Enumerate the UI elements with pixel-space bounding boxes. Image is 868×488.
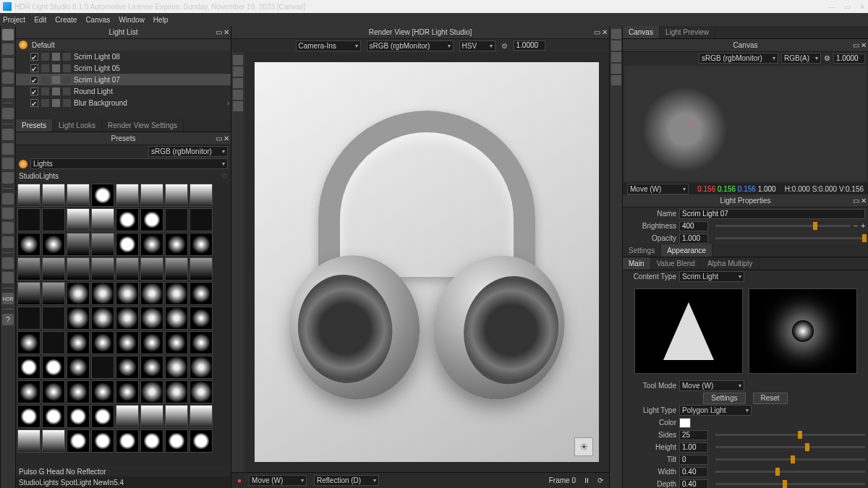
preset-thumb[interactable] bbox=[140, 257, 163, 281]
swatch-icon[interactable] bbox=[52, 64, 60, 72]
tab-appearance[interactable]: Appearance bbox=[661, 244, 712, 257]
viewport-tool-icon[interactable] bbox=[233, 78, 243, 88]
hdri-canvas[interactable] bbox=[624, 66, 867, 181]
tool-icon[interactable] bbox=[2, 58, 14, 69]
preset-thumb[interactable] bbox=[42, 282, 65, 305]
preset-thumb[interactable] bbox=[116, 380, 139, 403]
undock-icon[interactable]: ▭ bbox=[853, 197, 859, 205]
presets-category-dropdown[interactable]: Lights bbox=[30, 158, 228, 169]
preset-thumb[interactable] bbox=[165, 233, 188, 256]
preset-thumb[interactable] bbox=[17, 331, 41, 354]
undock-icon[interactable]: ▭ bbox=[216, 28, 222, 36]
tool-icon[interactable] bbox=[2, 43, 14, 55]
menu-project[interactable]: Project bbox=[3, 16, 25, 24]
viewport-tool-icon[interactable] bbox=[233, 55, 243, 65]
preset-thumb[interactable] bbox=[67, 257, 90, 281]
preset-thumb[interactable] bbox=[17, 233, 41, 256]
preset-thumb[interactable] bbox=[17, 307, 41, 330]
rv-model-dropdown[interactable]: HSV bbox=[459, 40, 495, 51]
presets-folder-label[interactable]: StudioLights bbox=[19, 172, 59, 180]
tab-presets[interactable]: Presets bbox=[16, 119, 53, 132]
sun-overlay-icon[interactable]: ☀ bbox=[574, 437, 593, 456]
tab-alpha-multiply[interactable]: Alpha Multiply bbox=[702, 257, 759, 270]
preset-thumb[interactable] bbox=[165, 307, 188, 330]
chevron-right-icon[interactable]: › bbox=[227, 99, 229, 107]
opacity-slider[interactable] bbox=[715, 237, 865, 239]
menu-help[interactable]: Help bbox=[153, 16, 169, 24]
viewport-tool-icon[interactable] bbox=[233, 101, 243, 111]
reflect-dropdown[interactable]: Reflection (D) bbox=[314, 475, 379, 486]
preset-thumb[interactable] bbox=[17, 405, 41, 428]
width-input[interactable]: 0.40 bbox=[679, 467, 708, 477]
viewport-tool-icon[interactable] bbox=[233, 90, 243, 100]
settings-button[interactable]: Settings bbox=[703, 393, 745, 404]
preset-thumb[interactable] bbox=[190, 331, 213, 354]
preset-thumb[interactable] bbox=[17, 380, 41, 403]
camera-dropdown[interactable]: Camera-Ins bbox=[296, 40, 361, 51]
color-swatch[interactable] bbox=[679, 418, 691, 428]
preset-thumb[interactable] bbox=[190, 184, 213, 207]
preset-thumb[interactable] bbox=[91, 331, 114, 354]
preset-thumb[interactable] bbox=[91, 380, 114, 403]
tool-icon[interactable] bbox=[2, 87, 14, 98]
tab-settings[interactable]: Settings bbox=[623, 244, 661, 257]
menu-create[interactable]: Create bbox=[55, 16, 77, 24]
preset-thumb[interactable] bbox=[165, 208, 188, 231]
preset-thumb[interactable] bbox=[140, 429, 163, 453]
preset-thumb[interactable] bbox=[190, 233, 213, 256]
preset-thumb[interactable] bbox=[140, 282, 163, 305]
height-slider[interactable] bbox=[715, 446, 865, 448]
preset-thumb[interactable] bbox=[140, 405, 163, 428]
preset-thumb[interactable] bbox=[67, 282, 90, 305]
preset-thumb[interactable] bbox=[140, 233, 163, 256]
preset-thumb[interactable] bbox=[91, 307, 114, 330]
light-group-header[interactable]: Default bbox=[16, 39, 231, 51]
tab-canvas[interactable]: Canvas bbox=[623, 26, 660, 38]
preset-thumb[interactable] bbox=[67, 184, 90, 207]
preset-thumb[interactable] bbox=[165, 184, 188, 207]
close-icon[interactable]: ✕ bbox=[224, 28, 229, 36]
opacity-input[interactable]: 1.000 bbox=[679, 234, 708, 244]
light-row[interactable]: ✔ Scrim Light 08 bbox=[16, 51, 231, 62]
preset-thumb[interactable] bbox=[42, 331, 65, 354]
light-row[interactable]: ✔ Round Light bbox=[16, 85, 231, 97]
visibility-checkbox[interactable]: ✔ bbox=[30, 53, 38, 61]
swatch-icon[interactable] bbox=[41, 99, 49, 107]
depth-input[interactable]: 0.40 bbox=[679, 479, 708, 489]
preset-thumb[interactable] bbox=[67, 208, 90, 231]
gear-icon[interactable]: ⚙ bbox=[501, 42, 508, 50]
undock-icon[interactable]: ▭ bbox=[594, 28, 600, 36]
preset-thumb[interactable] bbox=[91, 208, 114, 231]
light-row[interactable]: ✔ Scrim Light 07 bbox=[16, 74, 231, 85]
rv-exposure-input[interactable]: 1.0000 bbox=[514, 40, 545, 51]
reset-button[interactable]: Reset bbox=[753, 393, 788, 404]
preset-thumb[interactable] bbox=[42, 356, 65, 379]
tool-icon[interactable] bbox=[2, 222, 14, 234]
canvas-exposure-input[interactable]: 1.0000 bbox=[833, 53, 865, 64]
preset-thumb[interactable] bbox=[42, 405, 65, 428]
preset-thumb[interactable] bbox=[17, 257, 41, 281]
render-canvas[interactable]: ☀ bbox=[255, 62, 599, 462]
content-type-dropdown[interactable]: Scrim Light bbox=[679, 271, 744, 282]
preview-front[interactable] bbox=[634, 288, 743, 374]
sides-slider[interactable] bbox=[715, 434, 865, 436]
tool-icon[interactable] bbox=[2, 257, 14, 269]
preset-thumb[interactable] bbox=[42, 307, 65, 330]
close-icon[interactable]: ✕ bbox=[602, 28, 608, 36]
preset-thumb[interactable] bbox=[42, 429, 65, 453]
tab-light-looks[interactable]: Light Looks bbox=[53, 119, 102, 132]
preset-thumb[interactable] bbox=[91, 233, 114, 256]
light-row[interactable]: ✔ Scrim Light 05 bbox=[16, 62, 231, 74]
visibility-checkbox[interactable]: ✔ bbox=[30, 99, 38, 107]
visibility-checkbox[interactable]: ✔ bbox=[30, 87, 38, 95]
refresh-icon[interactable]: ⟳ bbox=[597, 476, 603, 484]
preset-thumb[interactable] bbox=[67, 380, 90, 403]
zoom-icon[interactable] bbox=[611, 52, 621, 62]
preset-thumb[interactable] bbox=[190, 282, 213, 305]
pause-icon[interactable]: ⏸ bbox=[583, 476, 590, 484]
favorite-icon[interactable]: ♡ bbox=[221, 172, 228, 180]
presets-colorspace-dropdown[interactable]: sRGB (rgbMonitor) bbox=[148, 146, 228, 157]
zoom-icon[interactable] bbox=[611, 64, 621, 74]
preset-thumb[interactable] bbox=[42, 184, 65, 207]
menu-window[interactable]: Window bbox=[119, 16, 145, 24]
